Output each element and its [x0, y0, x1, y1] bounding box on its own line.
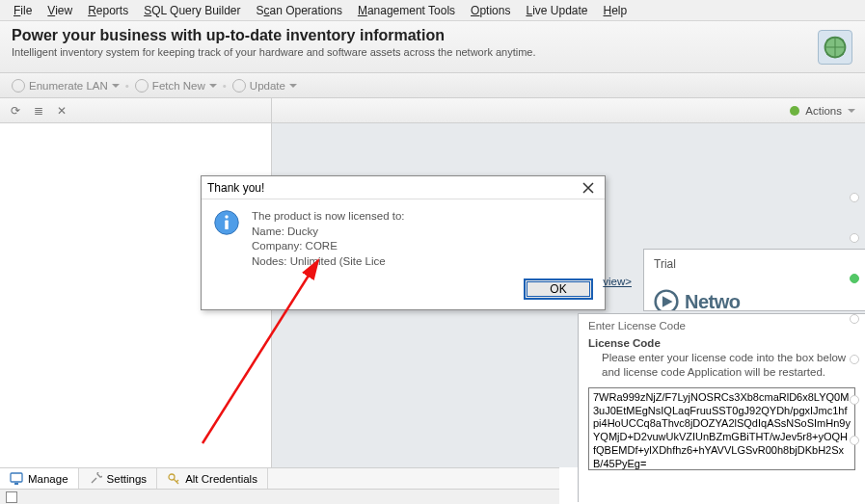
delete-icon[interactable]: ✕	[54, 103, 69, 119]
license-header: Enter License Code	[588, 320, 855, 332]
indicator-dot[interactable]	[850, 233, 859, 243]
status-dot-icon	[790, 106, 799, 116]
menu-mgmt[interactable]: Management Tools	[350, 2, 463, 19]
menu-live[interactable]: Live Update	[518, 2, 595, 19]
banner-subtitle: Intelligent inventory system for keeping…	[12, 46, 853, 58]
side-indicators	[846, 193, 863, 445]
menu-file[interactable]: File	[6, 2, 40, 19]
license-panel: Enter License Code License Code Please e…	[578, 313, 865, 502]
banner: Power your business with up-to-date inve…	[0, 21, 865, 73]
dialog-line2: Name: Ducky	[252, 225, 405, 240]
tab-alt-credentials[interactable]: Alt Credentials	[157, 468, 268, 489]
menu-sql[interactable]: SQL Query Builder	[136, 2, 248, 19]
indicator-dot[interactable]	[850, 436, 859, 445]
indicator-dot[interactable]	[850, 395, 859, 405]
brand-icon	[654, 289, 679, 311]
secondary-toolbar: ⟳ ≣ ✕ Actions	[0, 98, 865, 123]
dialog-line4: Nodes: Unlimited (Site Lice	[252, 254, 405, 270]
toolbar-enumerate-lan[interactable]: Enumerate LAN	[6, 77, 125, 94]
svg-rect-8	[14, 483, 18, 485]
banner-title: Power your business with up-to-date inve…	[12, 27, 853, 44]
indicator-dot[interactable]	[850, 193, 859, 202]
toolbar: Enumerate LAN • Fetch New • Update	[0, 73, 865, 98]
tab-settings[interactable]: Settings	[79, 468, 158, 489]
menu-view[interactable]: View	[40, 2, 80, 19]
list-icon[interactable]: ≣	[31, 103, 46, 119]
close-button[interactable]	[578, 179, 599, 197]
chevron-down-icon	[848, 109, 855, 113]
chevron-down-icon	[112, 84, 120, 88]
svg-rect-4	[225, 220, 229, 229]
menu-reports[interactable]: Reports	[80, 2, 136, 19]
tab-manage[interactable]: Manage	[0, 468, 79, 489]
chevron-down-icon	[289, 84, 297, 88]
bottom-tabs: Manage Settings Alt Credentials	[0, 467, 559, 489]
license-subheader: License Code	[588, 337, 855, 349]
chevron-down-icon	[209, 84, 217, 88]
broadcast-icon	[12, 79, 25, 93]
update-icon	[232, 79, 246, 93]
menu-help[interactable]: Help	[596, 2, 635, 19]
app-logo-icon	[815, 27, 855, 67]
license-description: Please enter your license code into the …	[588, 351, 855, 380]
menu-bar: File View Reports SQL Query Builder Scan…	[0, 0, 865, 21]
trial-panel: Trial Netwo	[643, 249, 865, 311]
indicator-dot-active[interactable]	[850, 274, 859, 283]
dialog-line3: Company: CORE	[252, 239, 405, 254]
menu-scan[interactable]: Scan Operations	[248, 2, 349, 19]
info-icon	[213, 209, 240, 269]
actions-button[interactable]: Actions	[805, 105, 842, 117]
ok-button[interactable]: OK	[524, 279, 593, 300]
view-link[interactable]: view>	[603, 276, 632, 287]
refresh-icon[interactable]: ⟳	[8, 103, 23, 119]
wrench-icon	[89, 472, 102, 486]
license-code-input[interactable]	[588, 387, 855, 470]
fetch-icon	[135, 79, 149, 93]
dialog-title: Thank you!	[207, 181, 264, 195]
toolbar-fetch-new[interactable]: Fetch New	[129, 77, 223, 94]
indicator-dot[interactable]	[850, 314, 859, 324]
close-icon	[582, 182, 594, 194]
monitor-icon	[10, 472, 23, 486]
status-bar	[0, 489, 559, 504]
toolbar-update[interactable]: Update	[227, 77, 303, 94]
menu-options[interactable]: Options	[463, 2, 518, 19]
trial-label: Trial	[654, 257, 855, 271]
svg-point-3	[225, 215, 229, 219]
license-confirmation-dialog: Thank you! The product is now licensed t…	[201, 175, 606, 310]
status-icon[interactable]	[6, 491, 17, 503]
indicator-dot[interactable]	[850, 355, 859, 364]
brand-text: Netwo	[685, 291, 741, 312]
svg-rect-7	[11, 473, 22, 482]
key-icon	[167, 472, 180, 486]
dialog-line1: The product is now licensed to:	[252, 209, 405, 225]
